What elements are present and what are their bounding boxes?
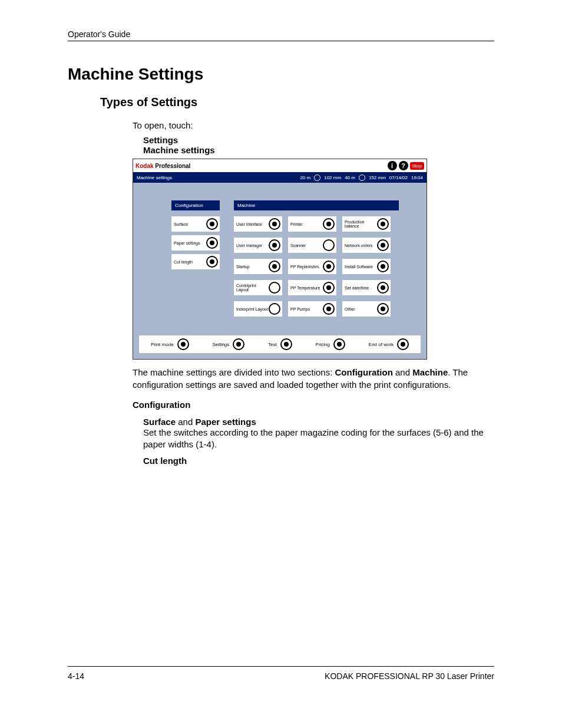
screenshot-statusbar: Machine settings 20 m 102 mm 40 m 152 mm…: [133, 172, 427, 183]
machine-button[interactable]: Printer: [288, 216, 336, 232]
radio-icon: [377, 282, 389, 294]
radio-icon: [333, 338, 345, 350]
breadcrumb-machine-settings: Machine settings: [143, 145, 494, 155]
machine-button-label: Install Software: [345, 265, 377, 269]
machine-button-label: User manager: [236, 243, 269, 248]
page-number: 4-14: [68, 671, 84, 681]
to-open-label: To open, touch:: [133, 120, 494, 131]
machine-button[interactable]: Startup: [234, 259, 282, 274]
config-column: Configuration Surface Paper settings Cut…: [171, 200, 220, 317]
kodak-logo: Kodak Professional: [135, 163, 190, 169]
machine-button[interactable]: Network orders: [342, 238, 391, 253]
machine-button[interactable]: Production balance: [342, 216, 391, 232]
status-title: Machine settings: [137, 175, 172, 180]
info-icon[interactable]: i: [388, 161, 397, 170]
surface-paper-desc: Set the switches according to the paper …: [143, 427, 494, 451]
status-right: 20 m 102 mm 40 m 152 mm 07/14/02 19:04: [300, 174, 423, 181]
description-paragraph: The machine settings are divided into tw…: [133, 367, 494, 391]
machine-button[interactable]: Scanner: [288, 238, 336, 253]
machine-button-label: Network orders: [345, 243, 377, 248]
running-header: Operator's Guide: [68, 29, 494, 41]
machine-button-label: PP Pumps: [290, 307, 323, 311]
machine-grid: User InterfacePrinterProduction balanceU…: [234, 216, 416, 317]
machine-button[interactable]: Set date/time: [342, 280, 391, 295]
machine-button-label: Indexprint Layout: [236, 307, 269, 311]
machine-button[interactable]: PP Temperature: [288, 280, 336, 295]
roll-icon: [359, 174, 365, 181]
radio-icon: [206, 256, 218, 268]
machine-button[interactable]: User manager: [234, 238, 282, 253]
footer-nav-button[interactable]: Test: [268, 338, 292, 350]
machine-button-label: PP Temperature: [290, 286, 323, 290]
radio-icon: [377, 239, 389, 251]
machine-button-label: User Interface: [236, 222, 269, 226]
paper-settings-button[interactable]: Paper settings: [171, 235, 220, 251]
embedded-screenshot: Kodak Professional i ? Stop Machine sett…: [133, 159, 427, 360]
machine-button[interactable]: Install Software: [342, 259, 391, 274]
radio-icon: [269, 239, 280, 251]
product-name: KODAK PROFESSIONAL RP 30 Laser Printer: [325, 671, 494, 681]
radio-icon: [377, 303, 389, 315]
machine-column: Machine User InterfacePrinterProduction …: [234, 200, 416, 317]
roll-icon: [314, 174, 320, 181]
radio-icon: [323, 282, 335, 294]
machine-button[interactable]: Other: [342, 301, 391, 317]
running-header-text: Operator's Guide: [68, 29, 130, 39]
footer-nav-button[interactable]: Print mode: [151, 338, 189, 350]
machine-button-label: Other: [345, 307, 377, 311]
radio-icon: [177, 338, 189, 350]
radio-icon: [269, 282, 280, 294]
footer-nav-button[interactable]: End of work: [369, 338, 409, 350]
help-icon[interactable]: ?: [399, 161, 408, 170]
stop-button[interactable]: Stop: [410, 162, 424, 170]
radio-icon: [323, 218, 335, 230]
screenshot-body: Configuration Surface Paper settings Cut…: [133, 183, 427, 330]
machine-button[interactable]: Combiprint Layout: [234, 280, 282, 295]
heading-2: Types of Settings: [100, 95, 494, 109]
radio-icon: [377, 261, 389, 272]
footer-nav-button[interactable]: Pricing: [316, 338, 345, 350]
radio-icon: [206, 237, 218, 249]
radio-icon: [269, 218, 280, 230]
page-footer: 4-14 KODAK PROFESSIONAL RP 30 Laser Prin…: [68, 666, 494, 681]
radio-icon: [323, 261, 335, 272]
machine-button-label: Set date/time: [345, 286, 377, 290]
configuration-subhead: Configuration: [133, 399, 494, 411]
machine-button-label: Production balance: [345, 220, 377, 229]
cut-length-subhead: Cut length: [143, 456, 494, 466]
machine-button-label: PP Replenishm.: [290, 265, 323, 269]
radio-icon: [206, 218, 218, 230]
machine-button[interactable]: PP Pumps: [288, 301, 336, 317]
machine-button-label: Startup: [236, 265, 269, 269]
radio-icon: [323, 303, 335, 315]
machine-button-label: Scanner: [290, 243, 323, 248]
machine-button[interactable]: User Interface: [234, 216, 282, 232]
machine-button[interactable]: PP Replenishm.: [288, 259, 336, 274]
config-header: Configuration: [171, 200, 220, 210]
machine-button-label: Combiprint Layout: [236, 284, 269, 292]
radio-icon: [233, 338, 244, 350]
radio-icon: [269, 261, 280, 272]
screenshot-titlebar: Kodak Professional i ? Stop: [133, 159, 427, 172]
breadcrumb-settings: Settings: [143, 135, 494, 145]
radio-icon: [397, 338, 409, 350]
radio-icon: [280, 338, 292, 350]
surface-button[interactable]: Surface: [171, 216, 220, 232]
machine-header: Machine: [234, 200, 399, 210]
screenshot-footer: Print modeSettingsTestPricingEnd of work: [133, 330, 427, 359]
cut-length-button[interactable]: Cut length: [171, 254, 220, 269]
radio-icon: [377, 218, 389, 230]
radio-icon: [323, 239, 335, 251]
footer-nav-button[interactable]: Settings: [212, 338, 244, 350]
machine-button-label: Printer: [290, 222, 323, 226]
heading-1: Machine Settings: [68, 65, 494, 84]
radio-icon: [269, 303, 280, 315]
surface-paper-heading: Surface and Paper settings: [143, 417, 494, 427]
intro-block: To open, touch:: [133, 120, 494, 131]
machine-button[interactable]: Indexprint Layout: [234, 301, 282, 317]
